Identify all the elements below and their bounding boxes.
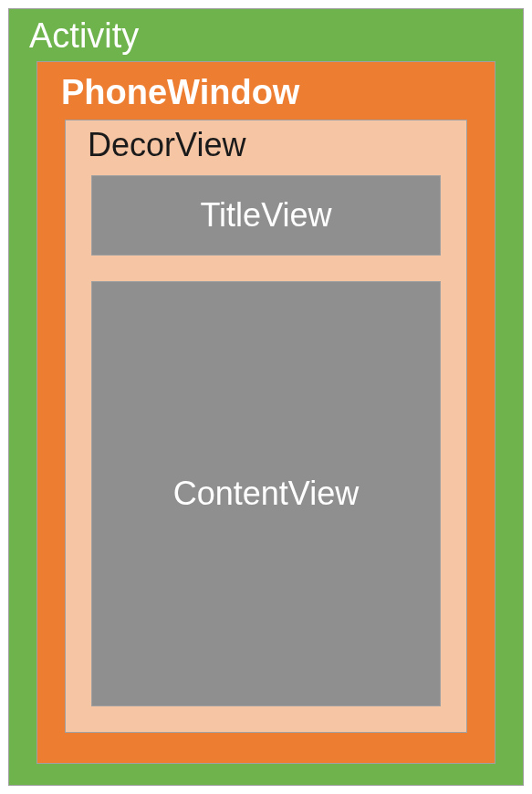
phonewindow-box: PhoneWindow DecorView TitleView ContentV… [37, 61, 495, 764]
titleview-box: TitleView [91, 175, 441, 256]
phonewindow-label: PhoneWindow [37, 62, 495, 120]
activity-box: Activity PhoneWindow DecorView TitleView… [8, 8, 524, 786]
contentview-label: ContentView [173, 475, 359, 513]
decorview-box: DecorView TitleView ContentView [65, 120, 467, 733]
contentview-box: ContentView [91, 281, 441, 706]
activity-label: Activity [9, 9, 523, 61]
decorview-label: DecorView [66, 120, 466, 170]
titleview-label: TitleView [200, 196, 331, 235]
